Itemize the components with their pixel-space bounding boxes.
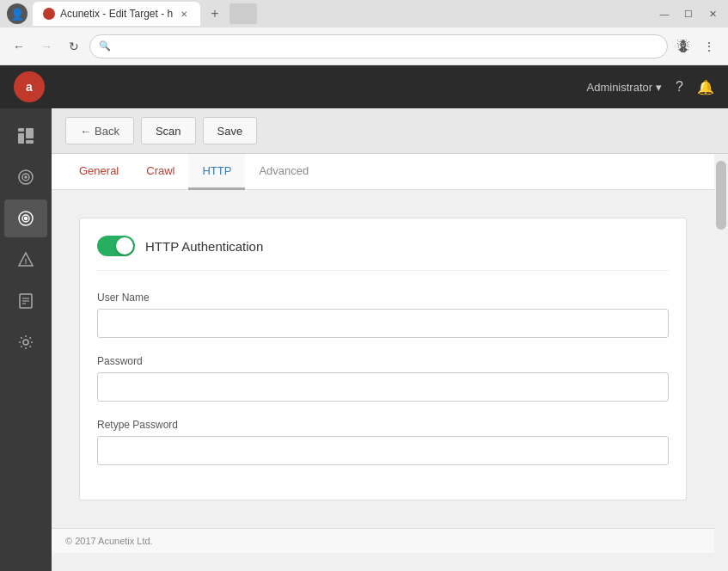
sidebar: ! <box>0 108 52 571</box>
tabs-bar: General Crawl HTTP Advanced <box>52 154 714 190</box>
toolbar-right-buttons: ⛇ ⋮ <box>671 34 721 58</box>
sidebar-item-vulnerabilities[interactable]: ! <box>4 241 47 279</box>
back-nav-button[interactable]: ← <box>7 34 31 58</box>
http-auth-toggle[interactable] <box>97 236 135 256</box>
content-with-scrollbar: General Crawl HTTP Advanced <box>52 154 728 571</box>
admin-label: Administrator <box>587 81 653 94</box>
username-label: User Name <box>97 292 669 304</box>
maximize-button[interactable]: ☐ <box>680 5 697 22</box>
header-right: Administrator ▾ ? 🔔 <box>587 79 714 95</box>
sidebar-item-settings[interactable] <box>4 323 47 361</box>
back-arrow-icon: ← <box>80 125 91 138</box>
browser-titlebar: 👤 Acunetix - Edit Target - h ✕ + — ☐ ✕ <box>0 0 728 28</box>
notifications-button[interactable]: 🔔 <box>697 79 714 95</box>
close-button[interactable]: ✕ <box>704 5 721 22</box>
tab-crawl[interactable]: Crawl <box>132 154 188 190</box>
svg-rect-5 <box>26 140 34 144</box>
scrollbar-thumb[interactable] <box>716 161 726 230</box>
sidebar-item-dashboard[interactable] <box>4 117 47 155</box>
sidebar-item-scans[interactable] <box>4 200 47 237</box>
back-button[interactable]: ← Back <box>65 117 134 144</box>
form-container: HTTP Authentication User Name Password <box>52 190 714 528</box>
browser-tab[interactable]: Acunetix - Edit Target - h ✕ <box>33 2 200 26</box>
titlebar-right: — ☐ ✕ <box>656 5 721 22</box>
toggle-label: HTTP Authentication <box>145 239 263 254</box>
dropdown-arrow: ▾ <box>656 81 662 94</box>
password-input[interactable] <box>97 372 669 402</box>
svg-point-17 <box>23 340 28 345</box>
page-content: ← Back Scan Save General <box>52 108 728 571</box>
save-label: Save <box>217 125 243 138</box>
tab-advanced-label: Advanced <box>259 164 309 177</box>
retype-password-group: Retype Password <box>97 419 669 465</box>
help-button[interactable]: ? <box>676 79 683 95</box>
retype-password-input[interactable] <box>97 436 669 465</box>
forward-nav-button[interactable]: → <box>34 34 58 58</box>
password-group: Password <box>97 355 669 402</box>
search-icon: 🔍 <box>99 40 111 52</box>
password-label: Password <box>97 355 669 367</box>
tab-http-label: HTTP <box>202 164 231 177</box>
copyright-text: © 2017 Acunetix Ltd. <box>65 536 153 546</box>
address-bar[interactable]: 🔍 <box>89 34 668 58</box>
tab-title: Acunetix - Edit Target - h <box>60 8 173 20</box>
svg-point-8 <box>25 176 27 178</box>
save-button[interactable]: Save <box>203 117 258 144</box>
form-panel: HTTP Authentication User Name Password <box>79 218 687 500</box>
page-footer: © 2017 Acunetix Ltd. <box>52 528 714 553</box>
tab-favicon <box>43 8 55 20</box>
admin-dropdown-button[interactable]: Administrator ▾ <box>587 81 663 94</box>
toggle-knob <box>116 237 133 255</box>
tab-general-label: General <box>79 164 119 177</box>
tab-general[interactable]: General <box>65 154 132 190</box>
app-logo: a <box>14 71 45 102</box>
sidebar-item-targets[interactable] <box>4 158 47 196</box>
toggle-row: HTTP Authentication <box>97 236 669 271</box>
page-toolbar: ← Back Scan Save <box>52 108 728 154</box>
tab-crawl-label: Crawl <box>146 164 174 177</box>
address-input[interactable] <box>116 40 658 52</box>
reload-button[interactable]: ↻ <box>62 34 86 58</box>
scrollbar-track[interactable] <box>714 154 728 571</box>
svg-rect-3 <box>18 133 24 144</box>
minimize-button[interactable]: — <box>656 5 673 22</box>
tab-thumbnail <box>229 3 257 24</box>
menu-icon[interactable]: ⋮ <box>697 34 721 58</box>
cast-icon[interactable]: ⛇ <box>671 34 695 58</box>
close-tab-button[interactable]: ✕ <box>178 8 190 20</box>
retype-password-label: Retype Password <box>97 419 669 431</box>
tab-advanced[interactable]: Advanced <box>245 154 322 190</box>
svg-text:!: ! <box>25 257 28 266</box>
app-header: a Administrator ▾ ? 🔔 <box>0 65 728 108</box>
svg-point-11 <box>25 218 28 220</box>
username-input[interactable] <box>97 309 669 338</box>
tab-http[interactable]: HTTP <box>188 154 245 190</box>
titlebar-left: 👤 Acunetix - Edit Target - h ✕ + <box>7 2 257 26</box>
sidebar-item-reports[interactable] <box>4 282 47 320</box>
scan-button[interactable]: Scan <box>141 117 196 144</box>
browser-toolbar: ← → ↻ 🔍 ⛇ ⋮ <box>0 28 728 65</box>
svg-rect-4 <box>26 128 34 138</box>
scrollable-content: General Crawl HTTP Advanced <box>52 154 714 571</box>
svg-text:a: a <box>26 80 33 94</box>
back-label: Back <box>95 125 119 138</box>
main-area: ! ← <box>0 108 728 571</box>
new-tab-button[interactable]: + <box>205 6 223 21</box>
svg-rect-2 <box>18 128 24 132</box>
app-container: a Administrator ▾ ? 🔔 <box>0 65 728 571</box>
user-icon: 👤 <box>7 3 28 24</box>
scan-label: Scan <box>156 125 181 138</box>
username-group: User Name <box>97 292 669 338</box>
